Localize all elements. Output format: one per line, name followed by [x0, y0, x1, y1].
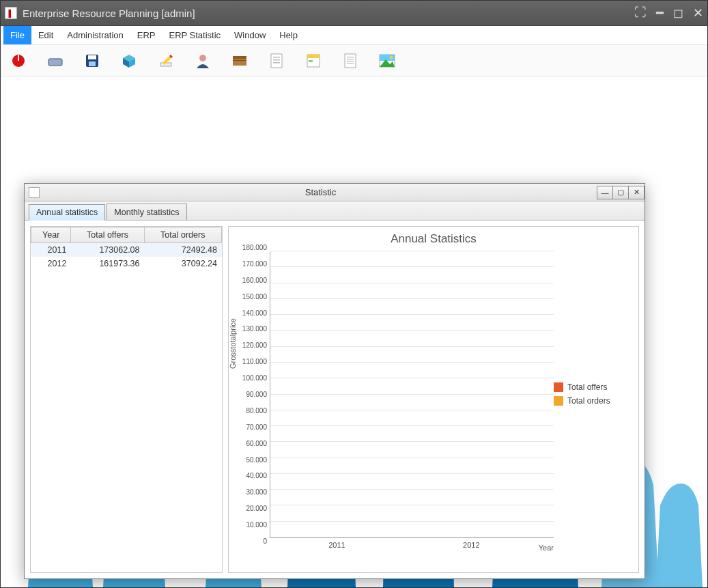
menu-erp-statistic[interactable]: ERP Statistic: [162, 26, 227, 44]
ytick: 20.000: [246, 505, 267, 512]
tabs-strip: Annual statisticsMonthly statistics: [25, 201, 645, 221]
svg-rect-20: [273, 62, 280, 64]
col-total-offers[interactable]: Total offers: [71, 227, 144, 243]
drawer-icon[interactable]: [230, 51, 249, 70]
menu-administration[interactable]: Administration: [60, 26, 130, 44]
app-icon: ▌: [5, 7, 17, 19]
chart-legend: Total offers Total orders: [554, 247, 636, 541]
menubar: FileEditAdministrationERPERP StatisticWi…: [1, 26, 707, 45]
svg-point-13: [199, 55, 206, 61]
x-axis-label: Year: [539, 544, 554, 564]
picture-icon[interactable]: [378, 51, 397, 70]
form-icon[interactable]: [304, 51, 323, 70]
ytick: 80.000: [246, 406, 267, 414]
ytick: 100.000: [242, 374, 267, 382]
ytick: 70.000: [246, 423, 267, 430]
fullscreen-icon[interactable]: ⛶: [634, 5, 647, 20]
ytick: 110.000: [242, 358, 267, 365]
ytick: 10.000: [246, 521, 267, 529]
svg-rect-26: [347, 59, 354, 59]
ytick: 170.000: [242, 260, 267, 267]
ytick: 0: [263, 537, 267, 545]
svg-rect-22: [307, 55, 320, 58]
ytick: 130.000: [242, 325, 267, 333]
data-table-pane: YearTotal offersTotal orders2011173062.0…: [30, 226, 223, 573]
svg-rect-5: [88, 55, 96, 59]
statistic-titlebar[interactable]: Statistic — ▢ ✕: [25, 184, 645, 201]
menu-window[interactable]: Window: [227, 26, 272, 44]
ytick: 140.000: [242, 309, 267, 316]
svg-rect-25: [347, 57, 354, 57]
chart-title: Annual Statistics: [231, 232, 636, 246]
sheet-icon[interactable]: [341, 51, 360, 70]
power-icon[interactable]: [9, 51, 28, 70]
ytick: 40.000: [246, 472, 267, 479]
ytick: 180.000: [242, 244, 267, 251]
ytick: 160.000: [242, 276, 267, 283]
svg-rect-2: [48, 59, 62, 66]
sub-close-button[interactable]: ✕: [628, 186, 645, 199]
svg-rect-19: [273, 59, 280, 61]
col-year[interactable]: Year: [31, 227, 71, 243]
mdi-area: Statistic — ▢ ✕ Annual statisticsMonthly…: [1, 79, 707, 587]
svg-rect-1: [18, 55, 19, 61]
tab-annual-statistics[interactable]: Annual statistics: [29, 204, 105, 221]
legend-offers: Total offers: [554, 382, 636, 392]
svg-rect-16: [233, 60, 246, 61]
sub-maximize-button[interactable]: ▢: [612, 186, 629, 199]
ytick: 50.000: [246, 456, 267, 463]
ytick: 150.000: [242, 292, 267, 300]
edit-icon[interactable]: [156, 51, 175, 70]
chart-plot: [270, 251, 554, 538]
statistic-window-icon: [29, 187, 40, 198]
table-row[interactable]: 2011173062.0872492.48: [31, 243, 222, 257]
app-title: Enterprise Resource Planning [admin]: [23, 8, 195, 19]
toolbar: [1, 45, 707, 76]
table-row[interactable]: 2012161973.3637092.24: [31, 257, 222, 270]
data-table[interactable]: YearTotal offersTotal orders2011173062.0…: [31, 227, 222, 270]
menu-erp[interactable]: ERP: [130, 26, 162, 44]
menu-file[interactable]: File: [3, 26, 31, 44]
save-icon[interactable]: [83, 51, 102, 70]
content-area: FileEditAdministrationERPERP StatisticWi…: [1, 25, 707, 587]
chart-pane: Annual Statistics Grosstotalprice 010.00…: [228, 226, 639, 573]
sub-minimize-button[interactable]: —: [597, 186, 613, 199]
close-icon[interactable]: ✕: [693, 5, 703, 20]
app-window: ▌ Enterprise Resource Planning [admin] ⛶…: [0, 0, 708, 588]
svg-rect-18: [273, 57, 280, 58]
x-axis: 20112012Year: [270, 541, 554, 564]
svg-rect-23: [309, 60, 313, 62]
xtick: 2011: [270, 541, 404, 564]
svg-rect-15: [233, 56, 246, 59]
titlebar[interactable]: ▌ Enterprise Resource Planning [admin] ⛶…: [1, 1, 707, 25]
svg-point-32: [390, 55, 393, 59]
user-icon[interactable]: [193, 51, 212, 70]
y-axis-label: Grosstotalprice: [229, 318, 237, 369]
tab-monthly-statistics[interactable]: Monthly statistics: [107, 204, 186, 220]
menu-edit[interactable]: Edit: [31, 26, 60, 44]
legend-orders: Total orders: [554, 396, 636, 406]
svg-rect-17: [271, 54, 282, 68]
maximize-icon[interactable]: ◻: [673, 5, 683, 20]
statistic-window-title: Statistic: [44, 187, 597, 197]
ytick: 120.000: [242, 341, 267, 349]
col-total-orders[interactable]: Total orders: [144, 227, 221, 243]
statistic-window: Statistic — ▢ ✕ Annual statisticsMonthly…: [24, 183, 645, 579]
hdd-icon[interactable]: [46, 51, 65, 70]
svg-rect-28: [347, 63, 354, 64]
document-icon[interactable]: [267, 51, 286, 70]
ytick: 30.000: [246, 488, 267, 496]
minimize-icon[interactable]: ━: [656, 5, 664, 20]
ytick: 60.000: [246, 439, 267, 447]
xtick: 2012: [404, 541, 539, 564]
ytick: 90.000: [246, 391, 267, 398]
svg-rect-27: [347, 61, 354, 61]
svg-rect-6: [89, 61, 96, 66]
cube-icon[interactable]: [119, 51, 139, 70]
menu-help[interactable]: Help: [272, 26, 305, 44]
